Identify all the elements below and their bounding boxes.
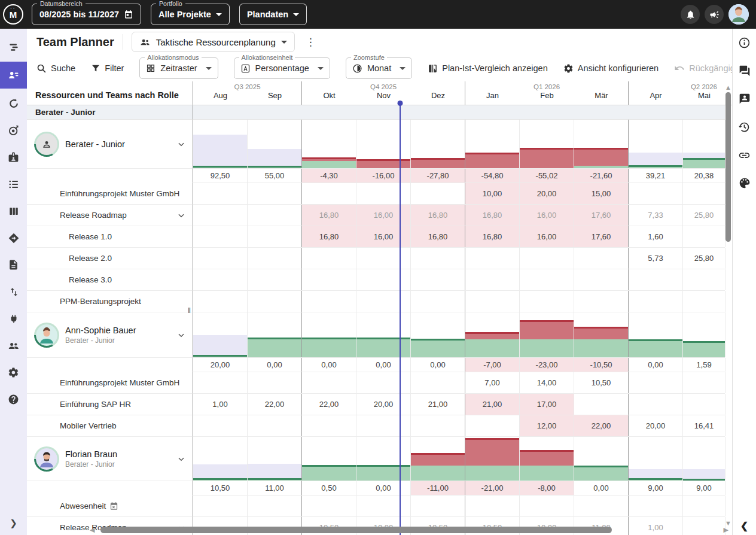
allocation-cell[interactable] — [629, 269, 683, 290]
allocation-cell[interactable] — [193, 205, 248, 226]
expand-chevron[interactable] — [177, 211, 185, 220]
allocation-cell[interactable]: 22,00 — [302, 394, 356, 415]
collapse-chevron[interactable] — [177, 140, 185, 148]
allocation-cell[interactable] — [302, 372, 356, 393]
total-value-cell[interactable]: 0,00 — [356, 481, 411, 495]
allocation-cell[interactable] — [248, 415, 302, 436]
allocation-cell[interactable]: 15,00 — [574, 183, 629, 204]
allocation-cell[interactable]: 21,00 — [411, 394, 465, 415]
allocation-cell[interactable] — [574, 394, 629, 415]
nav-help[interactable] — [0, 387, 27, 412]
scroll-up-arrow[interactable]: ▲ — [725, 84, 731, 91]
allocation-cell[interactable]: 20,00 — [520, 183, 574, 204]
allocation-cell[interactable]: 16,80 — [465, 226, 520, 247]
allocation-cell[interactable]: 14,00 — [520, 372, 574, 393]
scroll-left-arrow[interactable]: ◀ — [90, 526, 94, 534]
collapse-chevron[interactable] — [177, 455, 185, 463]
total-value-cell[interactable]: 1,59 — [683, 358, 725, 372]
allocation-cell[interactable]: 16,41 — [683, 415, 725, 436]
meisterplan-logo[interactable]: ··M — [3, 4, 23, 25]
nav-resource-pool[interactable] — [0, 145, 27, 169]
portfolio-selector[interactable]: Portfolio Alle Projekte — [151, 4, 230, 25]
more-options-button[interactable]: ⋮ — [303, 36, 318, 48]
allocation-cell[interactable] — [683, 226, 725, 247]
allocation-cell[interactable] — [248, 205, 302, 226]
allocation-cell[interactable]: 16,80 — [465, 205, 520, 226]
theme-button[interactable] — [737, 175, 752, 191]
comments-button[interactable] — [737, 63, 752, 78]
allocation-cell[interactable] — [193, 415, 248, 436]
plan-actual-compare-button[interactable]: Plan-Ist-Vergleich anzeigen — [428, 63, 548, 74]
view-selector[interactable]: Taktische Ressourcenplanung — [132, 32, 295, 52]
allocation-cell[interactable] — [411, 248, 465, 269]
allocation-cell[interactable] — [302, 291, 356, 312]
nav-pipeline[interactable] — [0, 91, 27, 115]
allocation-cell[interactable] — [193, 183, 248, 204]
allocation-cell[interactable]: 16,00 — [520, 205, 574, 226]
nav-portfolio-designer[interactable] — [0, 35, 27, 59]
history-button[interactable] — [737, 119, 752, 135]
total-value-cell[interactable]: 55,00 — [248, 169, 302, 183]
allocation-cell[interactable] — [629, 394, 683, 415]
allocation-cell[interactable] — [193, 269, 248, 290]
allocation-cell[interactable]: 7,33 — [629, 205, 683, 226]
allocation-cell[interactable]: 1,00 — [193, 394, 248, 415]
horizontal-scrollbar[interactable]: ◀ ▶ — [90, 525, 728, 534]
scroll-down-arrow[interactable]: ▼ — [725, 519, 731, 527]
total-value-cell[interactable]: 11,00 — [248, 481, 302, 495]
allocation-cell[interactable]: 16,80 — [302, 205, 356, 226]
notifications-button[interactable] — [681, 5, 700, 24]
nav-users[interactable] — [0, 333, 27, 358]
expand-sidebar-button[interactable]: ❯ — [0, 516, 27, 530]
nav-project-list[interactable] — [0, 172, 27, 196]
nav-team-planner[interactable] — [0, 62, 27, 89]
total-value-cell[interactable]: -21,00 — [465, 481, 520, 495]
allocation-cell[interactable]: 25,80 — [683, 205, 725, 226]
allocation-cell[interactable]: 21,00 — [465, 394, 520, 415]
allocation-cell[interactable]: 16,00 — [356, 205, 411, 226]
nav-settings[interactable] — [0, 360, 27, 385]
allocation-cell[interactable] — [411, 183, 465, 204]
allocation-cell[interactable]: 10,00 — [465, 183, 520, 204]
allocation-cell[interactable]: 17,00 — [520, 394, 574, 415]
allocation-cell[interactable] — [302, 183, 356, 204]
project-row[interactable]: Release Roadmap16,8016,0016,8016,8016,00… — [27, 205, 732, 226]
allocation-cell[interactable]: 20,00 — [356, 394, 411, 415]
search-button[interactable]: Suche — [36, 63, 75, 74]
allocation-cell[interactable]: 5,73 — [629, 248, 683, 269]
allocation-cell[interactable] — [248, 372, 302, 393]
total-value-cell[interactable]: -27,80 — [411, 169, 465, 183]
allocation-cell[interactable] — [356, 291, 411, 312]
allocation-cell[interactable]: 22,00 — [574, 415, 629, 436]
total-value-cell[interactable]: 0,00 — [356, 358, 411, 372]
allocation-cell[interactable] — [520, 248, 574, 269]
total-value-cell[interactable]: -21,60 — [574, 169, 629, 183]
allocation-cell[interactable] — [356, 372, 411, 393]
allocation-cell[interactable] — [411, 269, 465, 290]
allocation-cell[interactable]: 17,60 — [574, 226, 629, 247]
hscroll-thumb[interactable] — [100, 527, 612, 533]
allocation-cell[interactable]: 16,80 — [411, 205, 465, 226]
allocation-cell[interactable] — [574, 496, 629, 516]
allocation-cell[interactable] — [465, 415, 520, 436]
project-row[interactable]: Mobiler Vertrieb12,0022,0020,0016,41 — [27, 415, 732, 437]
info-button[interactable] — [737, 35, 752, 50]
project-row[interactable]: Einführung SAP HR1,0022,0022,0020,0021,0… — [27, 394, 732, 415]
allocation-cell[interactable]: 16,80 — [302, 226, 356, 247]
total-value-cell[interactable]: 0,50 — [302, 481, 356, 495]
total-value-cell[interactable]: -7,00 — [465, 358, 520, 372]
allocation-cell[interactable] — [248, 496, 302, 516]
allocation-cell[interactable] — [574, 291, 629, 312]
allocation-cell[interactable] — [302, 269, 356, 290]
filter-button[interactable]: Filter — [91, 63, 124, 73]
resource-card[interactable]: Ann-Sophie BauerBerater - Junior — [27, 312, 193, 357]
allocation-cell[interactable]: 17,60 — [574, 205, 629, 226]
total-value-cell[interactable]: -16,00 — [356, 169, 411, 183]
allocation-cell[interactable] — [465, 269, 520, 290]
allocation-cell[interactable]: 16,80 — [411, 226, 465, 247]
total-value-cell[interactable]: -54,80 — [465, 169, 520, 183]
allocation-cell[interactable] — [356, 415, 411, 436]
allocation-cell[interactable]: 1,60 — [629, 226, 683, 247]
total-value-cell[interactable]: 20,00 — [193, 358, 248, 372]
total-value-cell[interactable]: 0,00 — [411, 358, 465, 372]
